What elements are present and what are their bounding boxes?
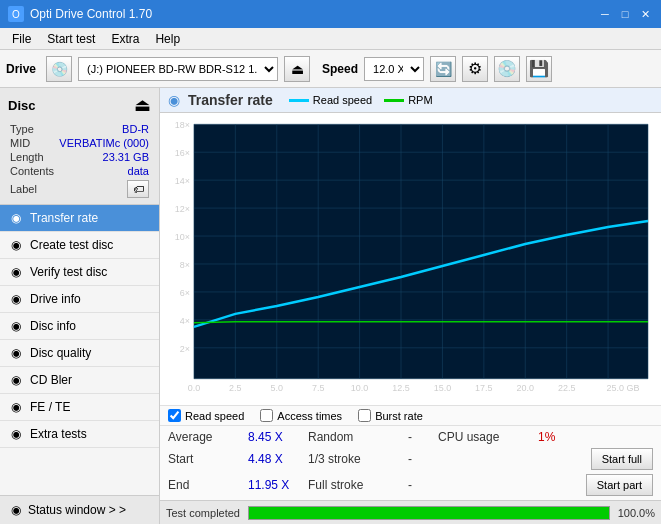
- mid-value: VERBATIMc (000): [59, 137, 149, 149]
- menu-start-test[interactable]: Start test: [39, 30, 103, 48]
- random-label: Random: [308, 430, 408, 444]
- svg-text:0.0: 0.0: [188, 383, 200, 393]
- disc-contents-row: Contents data: [4, 164, 155, 178]
- drive-select[interactable]: (J:) PIONEER BD-RW BDR-S12 1.03: [78, 57, 278, 81]
- contents-value: data: [128, 165, 149, 177]
- sidebar-item-disc-quality[interactable]: ◉ Disc quality: [0, 340, 159, 367]
- chart-header: ◉ Transfer rate Read speed RPM: [160, 88, 661, 113]
- minimize-button[interactable]: ─: [597, 6, 613, 22]
- sidebar-item-label: Extra tests: [30, 427, 87, 441]
- menu-bar: File Start test Extra Help: [0, 28, 661, 50]
- read-speed-check[interactable]: [168, 409, 181, 422]
- eject-button[interactable]: ⏏: [284, 56, 310, 82]
- svg-text:22.5: 22.5: [558, 383, 575, 393]
- random-value: -: [408, 430, 438, 444]
- start-label: Start: [168, 452, 248, 466]
- svg-text:5.0: 5.0: [271, 383, 283, 393]
- contents-label: Contents: [10, 165, 54, 177]
- svg-rect-0: [194, 124, 648, 378]
- close-button[interactable]: ✕: [637, 6, 653, 22]
- stats-area: Average 8.45 X Random - CPU usage 1% Sta…: [160, 426, 661, 500]
- sidebar-item-label: Disc info: [30, 319, 76, 333]
- burst-rate-label: Burst rate: [375, 410, 423, 422]
- sidebar-item-cd-bler[interactable]: ◉ CD Bler: [0, 367, 159, 394]
- status-window-button[interactable]: ◉ Status window > >: [0, 495, 159, 524]
- sidebar-item-fe-te[interactable]: ◉ FE / TE: [0, 394, 159, 421]
- progress-text: 100.0%: [618, 507, 655, 519]
- label-icon-button[interactable]: 🏷: [127, 180, 149, 198]
- legend-read-label: Read speed: [313, 94, 372, 106]
- disc-label-row: Label 🏷: [4, 178, 155, 200]
- svg-text:10×: 10×: [175, 232, 190, 242]
- drive-info-icon: ◉: [8, 291, 24, 307]
- chart-icon: ◉: [168, 92, 180, 108]
- bottom-area: Test completed 100.0%: [160, 500, 661, 524]
- checkboxes-row: Read speed Access times Burst rate: [160, 405, 661, 426]
- disc-button[interactable]: 💿: [494, 56, 520, 82]
- sidebar-item-extra-tests[interactable]: ◉ Extra tests: [0, 421, 159, 448]
- svg-text:25.0 GB: 25.0 GB: [607, 383, 640, 393]
- app-title: Opti Drive Control 1.70: [30, 7, 152, 21]
- disc-info-icon: ◉: [8, 318, 24, 334]
- drive-label: Drive: [6, 62, 36, 76]
- chart-title: Transfer rate: [188, 92, 273, 108]
- burst-rate-checkbox[interactable]: Burst rate: [358, 409, 423, 422]
- save-button[interactable]: 💾: [526, 56, 552, 82]
- sidebar-item-drive-info[interactable]: ◉ Drive info: [0, 286, 159, 313]
- refresh-button[interactable]: 🔄: [430, 56, 456, 82]
- legend-read-speed: Read speed: [289, 94, 372, 106]
- access-times-checkbox[interactable]: Access times: [260, 409, 342, 422]
- end-label: End: [168, 478, 248, 492]
- sidebar: Disc ⏏ Type BD-R MID VERBATIMc (000) Len…: [0, 88, 160, 524]
- svg-text:2.5: 2.5: [229, 383, 241, 393]
- cpu-value: 1%: [538, 430, 598, 444]
- status-text: Test completed: [166, 507, 240, 519]
- sidebar-item-verify-test-disc[interactable]: ◉ Verify test disc: [0, 259, 159, 286]
- disc-length-row: Length 23.31 GB: [4, 150, 155, 164]
- access-times-check[interactable]: [260, 409, 273, 422]
- menu-extra[interactable]: Extra: [103, 30, 147, 48]
- transfer-rate-icon: ◉: [8, 210, 24, 226]
- sidebar-item-label: Disc quality: [30, 346, 91, 360]
- sidebar-item-label: Verify test disc: [30, 265, 107, 279]
- svg-text:4×: 4×: [180, 316, 190, 326]
- verify-disc-icon: ◉: [8, 264, 24, 280]
- title-bar: O Opti Drive Control 1.70 ─ □ ✕: [0, 0, 661, 28]
- cd-bler-icon: ◉: [8, 372, 24, 388]
- start-full-button[interactable]: Start full: [591, 448, 653, 470]
- svg-text:12.5: 12.5: [392, 383, 409, 393]
- fe-te-icon: ◉: [8, 399, 24, 415]
- svg-text:20.0: 20.0: [517, 383, 534, 393]
- legend-read-color: [289, 99, 309, 102]
- nav-section: ◉ Transfer rate ◉ Create test disc ◉ Ver…: [0, 205, 159, 495]
- status-window-icon: ◉: [8, 502, 24, 518]
- chart-svg-container: 18× 16× 14× 12× 10× 8× 6× 4× 2× 0.0 2.5 …: [160, 113, 661, 405]
- menu-help[interactable]: Help: [147, 30, 188, 48]
- burst-rate-check[interactable]: [358, 409, 371, 422]
- average-value: 8.45 X: [248, 430, 308, 444]
- sidebar-item-disc-info[interactable]: ◉ Disc info: [0, 313, 159, 340]
- svg-text:12×: 12×: [175, 204, 190, 214]
- drive-icon-btn[interactable]: 💿: [46, 56, 72, 82]
- status-bar: Test completed 100.0%: [160, 500, 661, 524]
- full-stroke-label: Full stroke: [308, 478, 408, 492]
- type-label: Type: [10, 123, 34, 135]
- disc-mid-row: MID VERBATIMc (000): [4, 136, 155, 150]
- menu-file[interactable]: File: [4, 30, 39, 48]
- window-controls[interactable]: ─ □ ✕: [597, 6, 653, 22]
- end-value: 11.95 X: [248, 478, 308, 492]
- speed-label: Speed: [322, 62, 358, 76]
- settings-button[interactable]: ⚙: [462, 56, 488, 82]
- sidebar-item-transfer-rate[interactable]: ◉ Transfer rate: [0, 205, 159, 232]
- disc-quality-icon: ◉: [8, 345, 24, 361]
- disc-eject-icon[interactable]: ⏏: [134, 94, 151, 116]
- stats-row-1: Average 8.45 X Random - CPU usage 1%: [168, 428, 653, 446]
- sidebar-item-create-test-disc[interactable]: ◉ Create test disc: [0, 232, 159, 259]
- svg-text:2×: 2×: [180, 344, 190, 354]
- start-part-button[interactable]: Start part: [586, 474, 653, 496]
- svg-text:18×: 18×: [175, 120, 190, 130]
- create-disc-icon: ◉: [8, 237, 24, 253]
- maximize-button[interactable]: □: [617, 6, 633, 22]
- speed-select[interactable]: 12.0 X: [364, 57, 424, 81]
- read-speed-checkbox[interactable]: Read speed: [168, 409, 244, 422]
